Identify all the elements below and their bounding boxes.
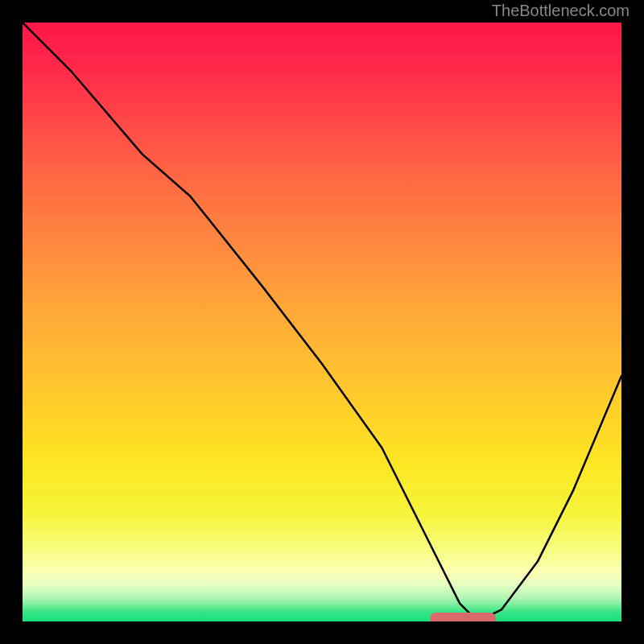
chart-plot-area [23, 23, 621, 621]
bottleneck-curve-line [23, 23, 621, 621]
chart-frame: TheBottleneck.com [0, 0, 644, 644]
watermark-text: TheBottleneck.com [492, 2, 630, 20]
optimal-range-marker [430, 613, 496, 621]
chart-curve-svg [23, 23, 621, 621]
